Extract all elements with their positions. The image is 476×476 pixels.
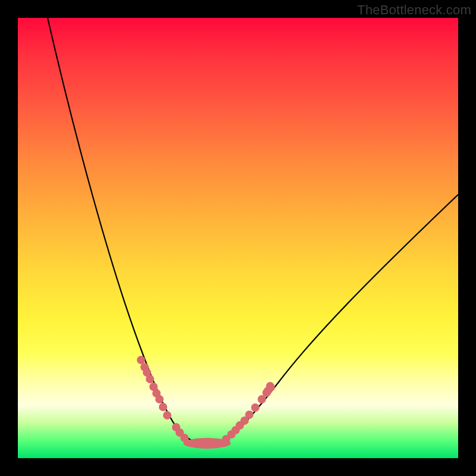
chart-plot-area	[18, 18, 458, 458]
svg-point-18	[251, 403, 259, 412]
svg-point-11	[180, 434, 189, 442]
svg-point-8	[163, 411, 171, 419]
svg-point-23	[266, 382, 274, 390]
watermark-text: TheBottleneck.com	[357, 2, 471, 18]
right-curve	[225, 195, 458, 441]
left-curve	[48, 18, 194, 441]
svg-point-0	[137, 356, 145, 364]
svg-point-7	[159, 403, 167, 411]
svg-point-6	[155, 395, 164, 403]
svg-point-17	[245, 411, 253, 419]
chart-svg	[18, 18, 458, 458]
bottom-left-marker-cluster	[172, 423, 189, 442]
right-marker-cluster	[222, 382, 275, 443]
svg-point-3	[146, 375, 154, 383]
